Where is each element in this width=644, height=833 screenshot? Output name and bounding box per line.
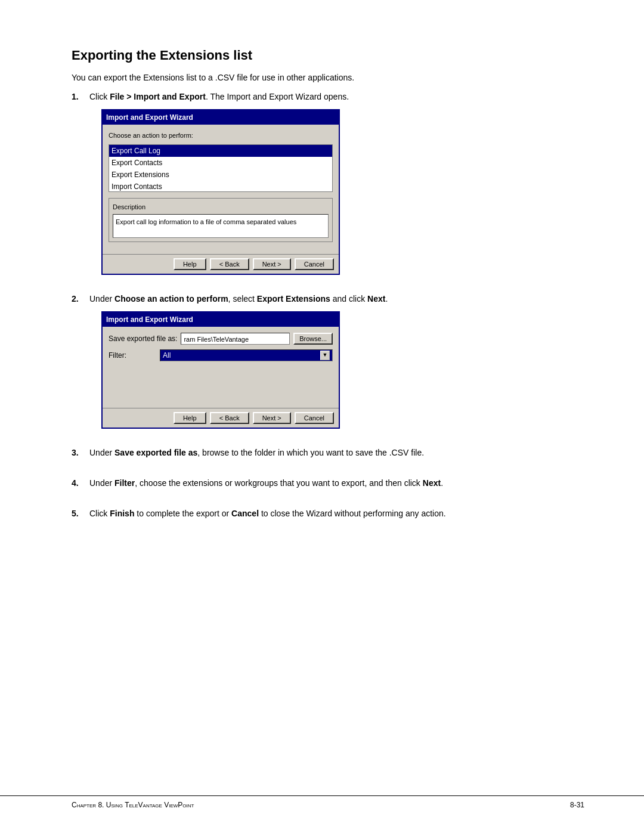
dialog-2-button-row: Help < Back Next > Cancel [103,408,339,428]
dialog-2-help-button[interactable]: Help [174,412,206,424]
dialog-1-back-button[interactable]: < Back [210,258,249,270]
step-list: 1. Click File > Import and Export. The I… [72,91,584,526]
dialog-1-section-label: Choose an action to perform: [109,131,333,141]
step-4-content: Under Filter, choose the extensions or w… [89,477,584,496]
dialog-2: Import and Export Wizard Save exported f… [101,311,340,429]
dialog-1-body: Choose an action to perform: Export Call… [103,125,339,254]
step-1-number: 1. [72,91,89,281]
dialog-2-next-button[interactable]: Next > [253,412,291,424]
dialog-2-spacer [109,366,333,402]
step-3-text: Under Save exported file as, browse to t… [89,447,584,459]
step-3-content: Under Save exported file as, browse to t… [89,447,584,465]
step-5-content: Click Finish to complete the export or C… [89,507,584,526]
dialog-1-help-button[interactable]: Help [174,258,206,270]
page-title: Exporting the Extensions list [72,48,584,63]
step-4: 4. Under Filter, choose the extensions o… [72,477,584,496]
filter-row: Filter: All ▼ [109,349,333,361]
dialog-1-next-button[interactable]: Next > [253,258,291,270]
description-label: Description [113,202,329,212]
dialog-2-body: Save exported file as: ram Files\TeleVan… [103,327,339,408]
dropdown-arrow-icon[interactable]: ▼ [320,351,330,360]
step-3: 3. Under Save exported file as, browse t… [72,447,584,465]
list-item-export-contacts[interactable]: Export Contacts [109,157,332,169]
dialog-1: Import and Export Wizard Choose an actio… [101,109,340,275]
list-item-import-contacts[interactable]: Import Contacts [109,181,332,192]
page-content: Exporting the Extensions list You can ex… [0,0,644,586]
dialog-1-listbox[interactable]: Export Call Log Export Contacts Export E… [109,144,333,192]
dialog-1-button-row: Help < Back Next > Cancel [103,254,339,274]
step-5-text: Click Finish to complete the export or C… [89,507,584,520]
step-1: 1. Click File > Import and Export. The I… [72,91,584,281]
save-label: Save exported file as: [109,333,177,344]
step-2-number: 2. [72,293,89,435]
step-2: 2. Under Choose an action to perform, se… [72,293,584,435]
step-1-text: Click File > Import and Export. The Impo… [89,91,584,103]
filter-label: Filter: [109,350,156,361]
filter-value: All [163,350,171,361]
step-3-number: 3. [72,447,89,465]
page-footer: Chapter 8. Using TeleVantage ViewPoint 8… [0,795,644,809]
save-path-input[interactable]: ram Files\TeleVantage Client\Extensions.… [181,333,290,345]
dialog-2-back-button[interactable]: < Back [210,412,249,424]
dialog-1-cancel-button[interactable]: Cancel [295,258,334,270]
step-2-text: Under Choose an action to perform, selec… [89,293,584,305]
footer-page-number: 8-31 [570,801,584,809]
filter-dropdown[interactable]: All ▼ [160,349,333,361]
save-file-row: Save exported file as: ram Files\TeleVan… [109,333,333,345]
step-2-content: Under Choose an action to perform, selec… [89,293,584,435]
step-5: 5. Click Finish to complete the export o… [72,507,584,526]
dialog-1-titlebar: Import and Export Wizard [103,110,339,125]
intro-text: You can export the Extensions list to a … [72,73,584,82]
dialog-2-cancel-button[interactable]: Cancel [295,412,334,424]
footer-chapter: Chapter 8. Using TeleVantage ViewPoint [72,801,194,809]
description-text: Export call log information to a file of… [113,214,329,238]
step-4-text: Under Filter, choose the extensions or w… [89,477,584,490]
dialog-2-titlebar: Import and Export Wizard [103,312,339,327]
description-group: Description Export call log information … [109,198,333,243]
step-4-number: 4. [72,477,89,496]
browse-button[interactable]: Browse... [293,333,333,345]
list-item-export-call-log[interactable]: Export Call Log [109,145,332,157]
list-item-export-extensions[interactable]: Export Extensions [109,169,332,181]
step-5-number: 5. [72,507,89,526]
step-1-content: Click File > Import and Export. The Impo… [89,91,584,281]
